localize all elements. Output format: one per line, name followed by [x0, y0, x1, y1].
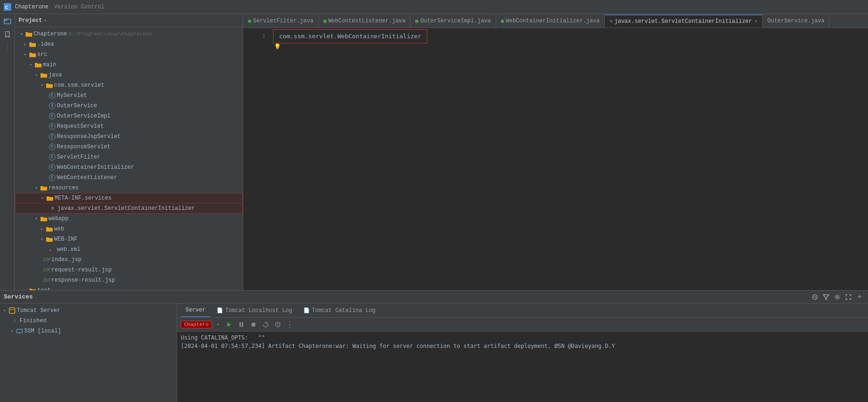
tree-item-WebContextListener[interactable]: C WebContextListener: [15, 173, 243, 183]
chevron-tomcat-server: ▾: [2, 307, 7, 314]
folder-icon-WEB-INF: [46, 236, 53, 243]
tree-item-ssm-local[interactable]: ▾ SSM [local]: [0, 326, 177, 336]
tab-WebContainerInitializer[interactable]: WebContainerInitializer.java: [496, 14, 605, 28]
line-number-1: 1: [247, 33, 266, 40]
folder-icon-test: [29, 287, 36, 290]
bookmark-icon[interactable]: [2, 29, 13, 40]
tree-item-request-result-jsp[interactable]: JSP request-result.jsp: [15, 265, 243, 275]
class-icon-MyServlet: C: [48, 92, 56, 99]
folder-icon-webapp: [40, 215, 48, 222]
update-icon[interactable]: [273, 320, 282, 329]
services-hide-btn[interactable]: [810, 292, 820, 302]
label-java: java: [48, 72, 62, 78]
project-icon[interactable]: [2, 16, 13, 27]
chevron-ssm-local: ▾: [9, 327, 15, 335]
code-text-1: com.ssm.servlet.WebContainerInitializer: [279, 33, 421, 40]
project-chevron[interactable]: ▾: [44, 18, 47, 23]
tab-server[interactable]: Server: [181, 304, 210, 317]
svg-rect-2: [4, 19, 11, 24]
tree-item-response-result-jsp[interactable]: JSP response-result.jsp: [15, 275, 243, 285]
more-icon[interactable]: ⋮: [2, 42, 13, 53]
label-response-result-jsp: response-result.jsp: [51, 277, 115, 284]
tree-item-META-INF-services[interactable]: ▾ META-INF.services: [15, 193, 243, 203]
tree-item-src[interactable]: ▾ src: [15, 49, 243, 60]
class-icon-OuterServiceImpl: C: [48, 112, 56, 120]
tab-tomcat-catalina-log[interactable]: 📄 Tomcat Catalina Log: [299, 304, 380, 317]
chevron-META-INF-services: ▾: [40, 194, 45, 202]
tab-bar: ServletFilter.java WebContextListener.ja…: [243, 14, 868, 28]
tree-item-ServletFilter[interactable]: C ServletFilter: [15, 152, 243, 162]
label-webapp: webapp: [48, 215, 68, 222]
tree-item-finished[interactable]: ✓ Finished: [0, 316, 177, 326]
tab-label-server: Server: [185, 307, 205, 313]
lightbulb-icon[interactable]: 💡: [274, 43, 281, 50]
tree-item-chapterone[interactable]: ▾ Chapterone E:\Programs\Java\Chapterone: [15, 29, 243, 39]
tab-dot-WebContextListener: [323, 20, 327, 23]
tab-dot-ServletFilter: [248, 20, 251, 23]
tree-item-MyServlet[interactable]: C MyServlet: [15, 90, 243, 101]
label-META-INF-services: META-INF.services: [55, 195, 111, 201]
tab-WebContextListener[interactable]: WebContextListener.java: [319, 14, 411, 28]
services-title: Services: [4, 293, 33, 300]
label-ssm-local: SSM [local]: [24, 328, 61, 334]
svg-rect-11: [17, 329, 22, 333]
tab-OuterService[interactable]: OuterService.java: [763, 14, 829, 28]
tab-tomcat-localhost-log[interactable]: 📄 Tomcat Localhost Log: [212, 304, 297, 317]
stop-icon[interactable]: [249, 320, 258, 329]
tree-item-OuterService[interactable]: I OuterService: [15, 101, 243, 111]
chevron-WEB-INF: ▾: [39, 236, 45, 243]
tree-item-WebContainerInitializer[interactable]: C WebContainerInitializer: [15, 162, 243, 173]
services-panel-header: Services +: [0, 291, 868, 304]
tab-dot-WebContainerInitializer: [501, 20, 504, 23]
label-src: src: [37, 51, 48, 58]
restart-icon[interactable]: [261, 320, 270, 329]
tree-item-OuterServiceImpl[interactable]: C OuterServiceImpl: [15, 111, 243, 121]
chapterone-badge: Chaptero: [181, 321, 212, 328]
tab-label-javax-servlet-SCI: javax.servlet.ServletContainerInitialize…: [615, 18, 752, 25]
tab-OuterServiceImpl[interactable]: OuterServiceImpl.java: [410, 14, 496, 28]
tree-item-web-xml[interactable]: ✦ web.xml: [15, 244, 243, 255]
folder-icon-chapterone: [25, 30, 33, 38]
editor-content[interactable]: 1 com.ssm.servlet.WebContainerInitialize…: [243, 28, 868, 290]
tree-item-main[interactable]: ▾ main: [15, 60, 243, 70]
tree-item-test[interactable]: ▸ test: [15, 285, 243, 290]
tree-item-web[interactable]: ▸ web: [15, 224, 243, 234]
log-line-1: [2024-04-01 07:54:57,234] Artifact Chapt…: [181, 342, 864, 350]
services-filter-btn[interactable]: [821, 292, 831, 302]
tree-item-resources[interactable]: ▾ resources: [15, 183, 243, 193]
label-WebContainerInitializer: WebContainerInitializer: [57, 164, 134, 171]
svg-rect-14: [242, 322, 243, 327]
run-icon[interactable]: [225, 320, 234, 329]
pause-icon[interactable]: [237, 320, 246, 329]
tree-item-index-jsp[interactable]: JSP index.jsp: [15, 255, 243, 265]
more-actions-icon[interactable]: ⋮: [285, 320, 294, 329]
label-MyServlet: MyServlet: [57, 92, 87, 99]
tree-item-RequestServlet[interactable]: C RequestServlet: [15, 121, 243, 132]
tree-item-webapp[interactable]: ▾ webapp: [15, 214, 243, 224]
tree-item-com-ssm-servlet[interactable]: ▾ com.ssm.servlet: [15, 80, 243, 90]
svg-point-8: [836, 296, 838, 298]
label-tomcat-server: Tomcat Server: [17, 307, 61, 314]
tree-item-javax-servlet-SCI[interactable]: ≡ javax.servlet.ServletContainerInitiali…: [15, 203, 243, 214]
tree-item-RessponseServlet[interactable]: C RessponseServlet: [15, 142, 243, 152]
tree-item-tomcat-server[interactable]: ▾ Tomcat Server: [0, 305, 177, 316]
services-expand-btn[interactable]: [844, 292, 853, 302]
chevron-src: ▾: [22, 51, 28, 58]
tab-ServletFilter[interactable]: ServletFilter.java: [243, 14, 319, 28]
tree-item-java[interactable]: ▾ java: [15, 70, 243, 80]
folder-icon-resources: [40, 184, 48, 192]
tab-label-OuterServiceImpl: OuterServiceImpl.java: [420, 18, 491, 24]
tree-item-RessponseJspServlet[interactable]: C RessponseJspServlet: [15, 132, 243, 142]
services-add-btn[interactable]: +: [855, 292, 864, 302]
finished-icon: ✓: [11, 317, 19, 325]
log-output[interactable]: Using CATALINA_OPTS: "" [2024-04-01 07:5…: [177, 332, 868, 402]
tab-label-ServletFilter: ServletFilter.java: [253, 18, 314, 24]
chevron-resources: ▾: [34, 184, 39, 192]
tab-close-javax-servlet-SCI[interactable]: ×: [755, 19, 758, 24]
svg-text:C: C: [5, 5, 8, 10]
services-settings-btn[interactable]: [833, 292, 842, 302]
app-subtitle: Version Control: [54, 4, 104, 10]
tab-javax-servlet-SCI[interactable]: ≡ javax.servlet.ServletContainerInitiali…: [605, 14, 763, 28]
tree-item-WEB-INF[interactable]: ▾ WEB-INF: [15, 234, 243, 244]
tree-item-idea[interactable]: ▸ .idea: [15, 39, 243, 49]
